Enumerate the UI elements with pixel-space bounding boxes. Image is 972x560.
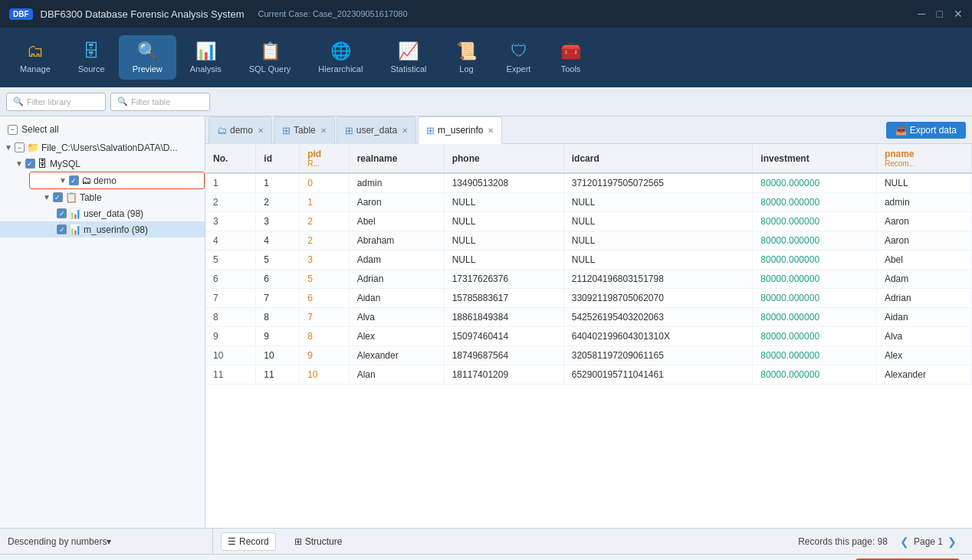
mysql-label: MySQL — [50, 159, 80, 169]
cell-idcard: 320581197209061165 — [563, 346, 753, 365]
toolbar-preview-label: Preview — [133, 64, 163, 74]
toolbar-source[interactable]: 🗄 Source — [64, 35, 119, 80]
structure-tab-label: Structure — [305, 536, 343, 547]
tab-table[interactable]: ⊞ Table ✕ — [274, 116, 335, 144]
search-icon: 🔍 — [13, 97, 24, 106]
tab-m-userinfo-label: m_userinfo — [438, 125, 483, 136]
filter-library-input[interactable]: 🔍 Filter library — [6, 93, 106, 111]
collapse-icon: ▼ — [5, 143, 12, 152]
sidebar-item-table-group[interactable]: ▼ 📋 Table — [0, 189, 205, 205]
user-data-checkbox[interactable] — [57, 208, 67, 218]
cell-id: 3 — [256, 212, 300, 231]
cell-investment: 80000.000000 — [753, 231, 877, 251]
user-data-label: user_data (98) — [84, 208, 143, 219]
toolbar-analysis[interactable]: 📊 Analysis — [176, 35, 235, 80]
cell-investment: 80000.000000 — [753, 173, 877, 193]
toolbar-statistical[interactable]: 📈 Statistical — [376, 35, 440, 80]
cell-realname: Abraham — [349, 231, 444, 251]
select-all-row[interactable]: Select all — [0, 121, 205, 139]
cell-pid: 2 — [300, 212, 349, 231]
sidebar-item-user-data[interactable]: 📊 user_data (98) — [0, 205, 205, 221]
cell-pid: 6 — [300, 289, 349, 308]
bottom-bar: Selected 2 item(s) Continue — [0, 554, 972, 560]
tab-user-data-close[interactable]: ✕ — [402, 126, 408, 135]
minimize-button[interactable]: ─ — [918, 8, 926, 20]
tab-demo[interactable]: 🗂 demo ✕ — [209, 116, 272, 144]
tab-table-label: Table — [294, 125, 316, 136]
table-row[interactable]: 2 2 1 Aaron NULL NULL 80000.000000 admin — [205, 193, 972, 212]
data-table-container[interactable]: No. id pidR... realname phone idcard inv… — [205, 144, 972, 528]
next-page-button[interactable]: ❯ — [947, 535, 957, 548]
filter-table-input[interactable]: 🔍 Filter table — [110, 93, 210, 111]
table-row[interactable]: 4 4 2 Abraham NULL NULL 80000.000000 Aar… — [205, 231, 972, 251]
record-tab-label: Record — [239, 536, 269, 547]
table-row[interactable]: 3 3 2 Abel NULL NULL 80000.000000 Aaron — [205, 212, 972, 231]
file-root-checkbox[interactable] — [15, 142, 25, 152]
toolbar-analysis-label: Analysis — [190, 64, 222, 74]
cell-no: 1 — [205, 173, 256, 193]
record-tab[interactable]: ☰ Record — [221, 532, 276, 551]
table-row[interactable]: 7 7 6 Aidan 15785883617 3309211987050620… — [205, 289, 972, 308]
table-row[interactable]: 5 5 3 Adam NULL NULL 80000.000000 Abel — [205, 251, 972, 270]
table-group-checkbox[interactable] — [53, 192, 63, 202]
tab-user-data-label: user_data — [356, 125, 397, 136]
cell-pid: 3 — [300, 251, 349, 270]
toolbar-hierarchical-label: Hierarchical — [318, 64, 363, 74]
data-table: No. id pidR... realname phone idcard inv… — [205, 144, 972, 385]
table-group-label: Table — [80, 192, 102, 203]
table-row[interactable]: 9 9 8 Alex 15097460414 64040219960430131… — [205, 327, 972, 346]
app-logo: DBF — [9, 8, 33, 20]
toolbar-preview[interactable]: 🔍 Preview — [119, 35, 176, 80]
statistical-icon: 📈 — [398, 41, 419, 61]
toolbar-tools[interactable]: 🧰 Tools — [545, 35, 597, 80]
tab-m-userinfo[interactable]: ⊞ m_userinfo ✕ — [418, 116, 502, 144]
cell-idcard: 652900195711041461 — [563, 365, 753, 385]
m-userinfo-checkbox[interactable] — [57, 224, 67, 234]
toolbar-hierarchical[interactable]: 🌐 Hierarchical — [304, 35, 376, 80]
export-data-button[interactable]: 📤 Export data — [886, 122, 966, 139]
col-no: No. — [205, 144, 256, 173]
table-row[interactable]: 11 11 10 Alan 18117401209 65290019571104… — [205, 365, 972, 385]
tab-m-userinfo-icon: ⊞ — [426, 125, 435, 136]
mysql-checkbox[interactable] — [25, 159, 35, 169]
table-row[interactable]: 6 6 5 Adrian 17317626376 211204196803151… — [205, 270, 972, 289]
preview-icon: 🔍 — [137, 41, 158, 61]
log-icon: 📜 — [456, 41, 477, 61]
status-sort[interactable]: Descending by numbers▾ — [8, 529, 213, 554]
select-all-checkbox[interactable] — [8, 125, 18, 135]
sidebar-item-mysql[interactable]: ▼ 🗄 MySQL — [0, 156, 205, 172]
tab-table-close[interactable]: ✕ — [320, 126, 327, 135]
cell-idcard: NULL — [563, 193, 753, 212]
sidebar-item-file-root[interactable]: ▼ 📁 File_C:\Users\SalvationDATA\D... — [0, 139, 205, 156]
records-count: Records this page: 98 — [798, 536, 888, 547]
demo-checkbox[interactable] — [69, 175, 79, 185]
tab-m-userinfo-close[interactable]: ✕ — [488, 126, 494, 135]
table-row[interactable]: 1 1 0 admin 13490513208 3712011975050725… — [205, 173, 972, 193]
col-pid: pidR... — [300, 144, 349, 173]
toolbar-sql-query-label: SQL Query — [249, 64, 291, 74]
cell-realname: Abel — [349, 212, 444, 231]
table-row[interactable]: 8 8 7 Alva 18861849384 54252619540320206… — [205, 308, 972, 327]
cell-phone: 13490513208 — [444, 173, 563, 193]
cell-pname: Aidan — [876, 308, 971, 327]
cell-no: 10 — [205, 346, 256, 365]
tab-demo-close[interactable]: ✕ — [258, 126, 264, 135]
sidebar-item-demo[interactable]: ▼ 🗂 demo — [29, 172, 205, 189]
sidebar-item-m-userinfo[interactable]: 📊 m_userinfo (98) — [0, 221, 205, 237]
toolbar-source-label: Source — [78, 64, 105, 74]
cell-id: 7 — [256, 289, 300, 308]
maximize-button[interactable]: □ — [937, 8, 943, 20]
table-row[interactable]: 10 10 9 Alexander 18749687564 3205811972… — [205, 346, 972, 365]
cell-pname: Aaron — [876, 212, 971, 231]
toolbar-manage[interactable]: 🗂 Manage — [6, 35, 64, 80]
toolbar-sql-query[interactable]: 📋 SQL Query — [235, 35, 305, 80]
cell-realname: Adrian — [349, 270, 444, 289]
toolbar-expert[interactable]: 🛡 Expert — [493, 35, 545, 80]
structure-tab[interactable]: ⊞ Structure — [288, 533, 349, 550]
col-investment: investment — [753, 144, 877, 173]
tab-user-data[interactable]: ⊞ user_data ✕ — [337, 116, 416, 144]
window-controls[interactable]: ─ □ ✕ — [918, 8, 963, 20]
toolbar-log[interactable]: 📜 Log — [441, 35, 493, 80]
close-button[interactable]: ✕ — [954, 8, 963, 20]
prev-page-button[interactable]: ❮ — [900, 535, 909, 548]
